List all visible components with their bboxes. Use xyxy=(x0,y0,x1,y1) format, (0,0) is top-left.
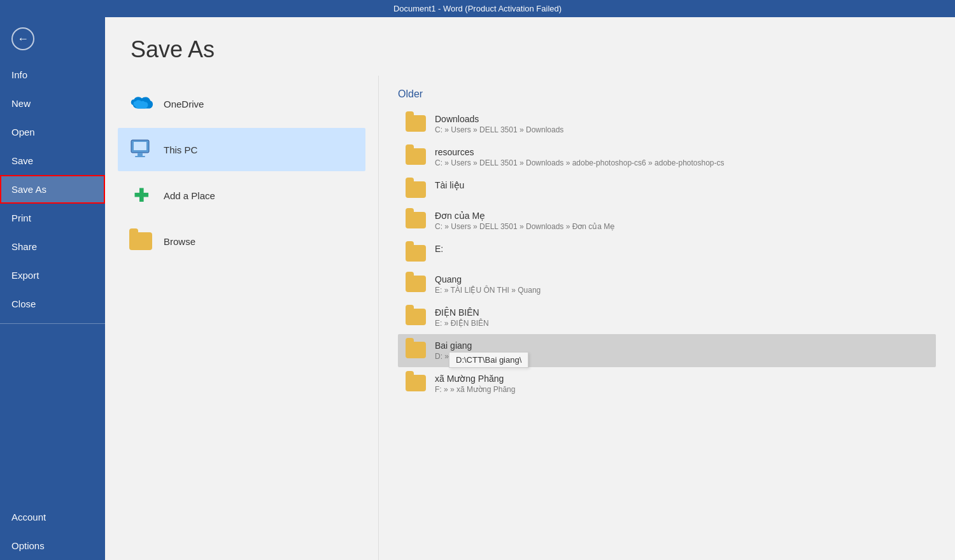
folder-icon-dien-bien xyxy=(406,309,426,325)
folder-icon-resources xyxy=(406,148,426,165)
sidebar-item-new[interactable]: New xyxy=(0,89,105,118)
folder-browse-icon xyxy=(129,232,152,250)
content-area: Save As OneDrive xyxy=(105,17,955,560)
file-path-don-cua-me: C: » Users » DELL 3501 » Downloads » Đơn… xyxy=(435,222,614,231)
folder-icon-quang xyxy=(406,276,426,292)
file-item-tai-lieu[interactable]: Tài liệu xyxy=(398,174,936,204)
file-name-tai-lieu: Tài liệu xyxy=(435,180,464,190)
sidebar-item-save[interactable]: Save xyxy=(0,146,105,175)
file-name-xa-muong-phang: xã Mường Phăng xyxy=(435,374,515,384)
location-this-pc[interactable]: This PC xyxy=(118,128,365,171)
file-path-downloads: C: » Users » DELL 3501 » Downloads xyxy=(435,125,563,134)
file-list: DownloadsC: » Users » DELL 3501 » Downlo… xyxy=(398,108,936,400)
plus-icon: ✚ xyxy=(129,184,152,207)
file-info-e-drive: E: xyxy=(435,244,443,254)
folder-icon-xa-muong-phang xyxy=(406,375,426,391)
file-item-quang[interactable]: QuangE: » TÀI LIỆU ÔN THI » Quang xyxy=(398,268,936,301)
sidebar-item-open[interactable]: Open xyxy=(0,118,105,146)
file-path-xa-muong-phang: F: » » xã Mường Phăng xyxy=(435,385,515,394)
sidebar-item-save-as[interactable]: Save As xyxy=(0,175,105,204)
file-info-dien-bien: ĐIỆN BIÊNE: » ĐIỆN BIÊN xyxy=(435,307,489,328)
browse-folder-icon xyxy=(128,228,153,254)
file-info-quang: QuangE: » TÀI LIỆU ÔN THI » Quang xyxy=(435,274,541,295)
sidebar: ← Info New Open Save Save As Print Share… xyxy=(0,17,105,560)
file-name-e-drive: E: xyxy=(435,244,443,254)
file-name-don-cua-me: Đơn của Mẹ xyxy=(435,211,614,221)
file-info-don-cua-me: Đơn của MẹC: » Users » DELL 3501 » Downl… xyxy=(435,211,614,231)
files-panel: Older DownloadsC: » Users » DELL 3501 » … xyxy=(379,76,955,560)
folder-icon-e-drive xyxy=(406,245,426,262)
sidebar-divider xyxy=(0,323,105,324)
file-info-tai-lieu: Tài liệu xyxy=(435,180,464,190)
sidebar-item-account[interactable]: Account xyxy=(0,503,105,531)
sidebar-bottom: Account Options xyxy=(0,503,105,560)
onedrive-label: OneDrive xyxy=(164,99,204,109)
file-item-resources[interactable]: resourcesC: » Users » DELL 3501 » Downlo… xyxy=(398,141,936,174)
location-browse[interactable]: Browse xyxy=(118,220,365,263)
svg-rect-1 xyxy=(134,142,146,150)
browse-label: Browse xyxy=(164,236,195,247)
file-path-quang: E: » TÀI LIỆU ÔN THI » Quang xyxy=(435,286,541,295)
sidebar-item-close[interactable]: Close xyxy=(0,290,105,318)
this-pc-label: This PC xyxy=(164,144,197,155)
back-circle-icon[interactable]: ← xyxy=(11,27,34,50)
folder-icon-bai-giang xyxy=(406,342,426,358)
add-place-icon: ✚ xyxy=(128,183,153,208)
file-item-e-drive[interactable]: E: xyxy=(398,237,936,268)
file-name-dien-bien: ĐIỆN BIÊN xyxy=(435,307,489,318)
sidebar-item-export[interactable]: Export xyxy=(0,261,105,290)
file-item-don-cua-me[interactable]: Đơn của MẹC: » Users » DELL 3501 » Downl… xyxy=(398,204,936,237)
title-text: Document1 - Word (Product Activation Fai… xyxy=(393,4,562,13)
file-item-bai-giang[interactable]: Bai giangD: » CTTD:\CTT\Bai giang\ xyxy=(398,334,936,367)
sidebar-item-share[interactable]: Share xyxy=(0,232,105,261)
file-item-dien-bien[interactable]: ĐIỆN BIÊNE: » ĐIỆN BIÊN xyxy=(398,301,936,334)
title-bar: Document1 - Word (Product Activation Fai… xyxy=(0,0,955,17)
save-panels: OneDrive This PC xyxy=(105,76,955,560)
file-name-quang: Quang xyxy=(435,274,541,284)
back-button[interactable]: ← xyxy=(0,17,105,60)
file-info-downloads: DownloadsC: » Users » DELL 3501 » Downlo… xyxy=(435,114,563,134)
file-info-xa-muong-phang: xã Mường PhăngF: » » xã Mường Phăng xyxy=(435,374,515,394)
locations-panel: OneDrive This PC xyxy=(105,76,379,560)
tooltip-bai-giang: D:\CTT\Bai giang\ xyxy=(449,352,528,368)
older-section-header: Older xyxy=(398,88,936,100)
location-onedrive[interactable]: OneDrive xyxy=(118,82,365,125)
folder-icon-don-cua-me xyxy=(406,212,426,228)
file-item-xa-muong-phang[interactable]: xã Mường PhăngF: » » xã Mường Phăng xyxy=(398,367,936,400)
file-path-resources: C: » Users » DELL 3501 » Downloads » ado… xyxy=(435,158,725,167)
page-title: Save As xyxy=(105,17,955,76)
sidebar-item-options[interactable]: Options xyxy=(0,531,105,560)
location-add-place[interactable]: ✚ Add a Place xyxy=(118,174,365,217)
sidebar-item-info[interactable]: Info xyxy=(0,60,105,89)
sidebar-item-print[interactable]: Print xyxy=(0,204,105,232)
file-path-dien-bien: E: » ĐIỆN BIÊN xyxy=(435,319,489,328)
svg-rect-2 xyxy=(138,153,143,156)
file-item-downloads[interactable]: DownloadsC: » Users » DELL 3501 » Downlo… xyxy=(398,108,936,141)
folder-icon-tai-lieu xyxy=(406,181,426,198)
svg-rect-3 xyxy=(135,156,145,157)
add-place-label: Add a Place xyxy=(164,190,215,201)
onedrive-icon xyxy=(128,91,153,116)
sidebar-nav: Info New Open Save Save As Print Share E… xyxy=(0,60,105,560)
pc-icon xyxy=(128,137,153,162)
folder-icon-downloads xyxy=(406,115,426,132)
file-name-resources: resources xyxy=(435,147,725,157)
file-name-downloads: Downloads xyxy=(435,114,563,124)
file-info-resources: resourcesC: » Users » DELL 3501 » Downlo… xyxy=(435,147,725,167)
main-layout: ← Info New Open Save Save As Print Share… xyxy=(0,17,955,560)
file-name-bai-giang: Bai giang xyxy=(435,340,472,351)
